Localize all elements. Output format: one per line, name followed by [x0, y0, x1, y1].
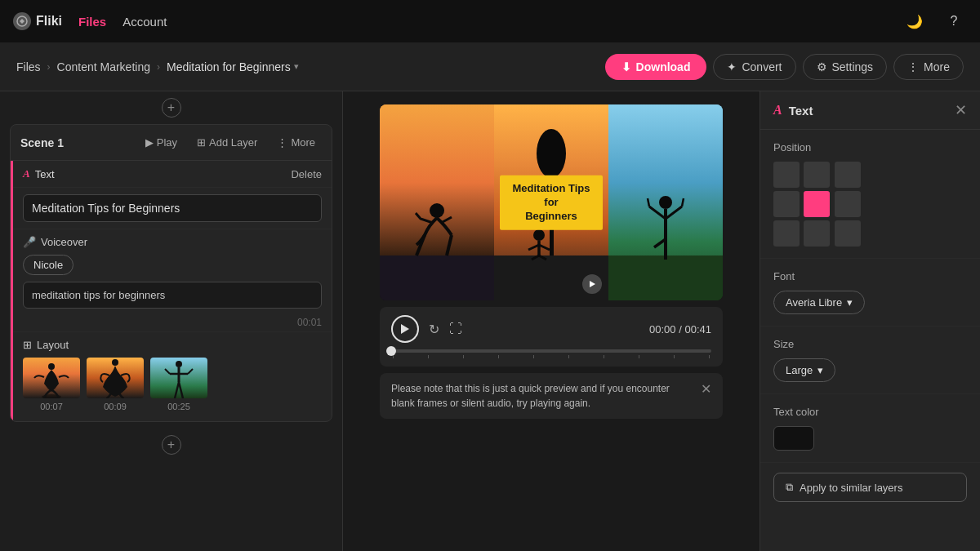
pos-mid-center[interactable]: [804, 191, 830, 217]
tick-7: [604, 355, 604, 358]
logo[interactable]: Fliki: [13, 12, 62, 30]
thumb-duration-3: 00:25: [167, 402, 190, 411]
text-overlay: Meditation Tips forBeginners: [500, 176, 603, 230]
chevron-down-icon-size: ▾: [817, 364, 823, 376]
tick-9: [674, 355, 675, 358]
progress-bar[interactable]: [391, 349, 711, 353]
svg-point-12: [533, 229, 545, 241]
pos-top-right[interactable]: [835, 162, 861, 188]
pos-bot-center[interactable]: [804, 220, 830, 247]
video-preview: Meditation Tips forBeginners: [380, 104, 723, 300]
notice-text: Please note that this is just a quick pr…: [391, 381, 693, 411]
tick-3: [463, 355, 464, 358]
help-icon: ?: [951, 14, 958, 29]
layout-thumb-2[interactable]: 00:09: [87, 358, 144, 411]
scene-more-icon: ⋮: [277, 136, 287, 149]
mini-play-button[interactable]: [582, 274, 602, 294]
tick-8: [639, 355, 639, 358]
breadcrumb-project-label: Meditation for Beginners: [167, 60, 291, 73]
layout-thumb-1[interactable]: 00:07: [23, 358, 80, 411]
download-icon: ⬇: [621, 60, 631, 73]
pos-mid-left[interactable]: [773, 191, 800, 217]
chevron-down-icon: ▾: [847, 296, 853, 309]
thumb-img-3: [150, 358, 207, 398]
dark-mode-toggle[interactable]: 🌙: [902, 8, 928, 34]
position-grid: [773, 162, 862, 247]
current-time: 00:00: [649, 323, 676, 335]
convert-icon: ✦: [727, 60, 737, 73]
mic-icon: 🎤: [23, 236, 36, 248]
breadcrumb-folder[interactable]: Content Marketing: [57, 60, 150, 73]
thumb-duration-2: 00:09: [104, 402, 127, 411]
app-name: Fliki: [36, 14, 62, 29]
voiceover-label: Voiceover: [41, 236, 87, 248]
voice-chip[interactable]: Nicole: [23, 255, 74, 275]
progress-handle[interactable]: [386, 346, 396, 356]
right-panel: A Text ✕ Position Font Averia Libr: [760, 91, 980, 551]
pos-bot-left[interactable]: [773, 220, 800, 247]
more-icon: ⋮: [907, 60, 919, 73]
video-grid: Meditation Tips forBeginners: [380, 104, 723, 300]
convert-label: Convert: [742, 60, 782, 73]
top-nav: Fliki Files Account 🌙 ?: [0, 0, 980, 42]
add-layer-button[interactable]: ⊞ Add Layer: [190, 133, 264, 152]
nav-right: 🌙 ?: [902, 8, 967, 34]
help-button[interactable]: ?: [941, 8, 967, 34]
breadcrumb-bar: Files › Content Marketing › Meditation f…: [0, 42, 980, 91]
thumb-img-1: [23, 358, 80, 398]
moon-icon: 🌙: [906, 14, 923, 29]
apply-similar-button[interactable]: ⧉ Apply to similar layers: [773, 473, 967, 502]
size-section: Size Large ▾: [760, 327, 980, 394]
nav-files[interactable]: Files: [78, 15, 106, 29]
breadcrumb-root[interactable]: Files: [16, 60, 41, 73]
font-label: Font: [773, 270, 967, 282]
size-value: Large: [786, 364, 813, 376]
breadcrumb-tools: ⬇ Download ✦ Convert ⚙ Settings ⋮ More: [605, 54, 964, 80]
main-play-button[interactable]: [391, 315, 419, 343]
scene-more-button[interactable]: ⋮ More: [270, 133, 322, 152]
pos-bot-right[interactable]: [835, 220, 861, 247]
thumb-img-2: [87, 358, 144, 398]
color-swatch[interactable]: [773, 426, 814, 451]
settings-icon: ⚙: [817, 60, 827, 73]
voiceover-duration: 00:01: [13, 315, 332, 331]
delete-layer-button[interactable]: Delete: [291, 168, 322, 180]
main-content: + Scene 1 ▶ Play ⊞ Add Layer ⋮ More: [0, 91, 980, 551]
svg-point-4: [176, 361, 182, 367]
layout-thumb-3[interactable]: 00:25: [150, 358, 207, 411]
svg-point-2: [48, 363, 55, 370]
fullscreen-icon[interactable]: ⛶: [449, 322, 462, 336]
pos-mid-right[interactable]: [835, 191, 861, 217]
close-panel-button[interactable]: ✕: [955, 101, 967, 119]
nav-account[interactable]: Account: [122, 15, 167, 29]
breadcrumb-project[interactable]: Meditation for Beginners ▾: [167, 60, 299, 73]
play-button[interactable]: ▶ Play: [139, 133, 184, 152]
tick-10: [709, 355, 710, 358]
more-button[interactable]: ⋮ More: [893, 54, 964, 80]
notice-close-button[interactable]: ✕: [701, 381, 711, 397]
settings-button[interactable]: ⚙ Settings: [803, 54, 888, 80]
layout-thumbs: 00:07: [23, 358, 322, 411]
convert-button[interactable]: ✦ Convert: [713, 54, 795, 80]
apply-label: Apply to similar layers: [800, 482, 902, 494]
scene-card: Scene 1 ▶ Play ⊞ Add Layer ⋮ More A: [10, 124, 332, 422]
svg-point-11: [537, 129, 566, 178]
loop-icon[interactable]: ↻: [429, 322, 439, 337]
download-button[interactable]: ⬇ Download: [605, 54, 707, 80]
right-panel-text-icon: A: [773, 103, 782, 118]
pos-top-left[interactable]: [773, 162, 800, 188]
add-scene-top: +: [0, 91, 342, 124]
add-scene-button[interactable]: +: [162, 98, 181, 118]
add-scene-bottom-button[interactable]: +: [162, 435, 181, 455]
add-scene-bottom: +: [0, 429, 342, 461]
overlay-text: Meditation Tips forBeginners: [511, 182, 591, 224]
voiceover-header: 🎤 Voiceover: [23, 236, 322, 248]
size-selector[interactable]: Large ▾: [773, 358, 835, 382]
font-selector[interactable]: Averia Libre ▾: [773, 291, 865, 314]
add-layer-icon: ⊞: [197, 136, 206, 149]
logo-icon: [13, 12, 31, 30]
pos-top-center[interactable]: [804, 162, 830, 188]
nav-left: Fliki Files Account: [13, 12, 167, 30]
text-layer-input[interactable]: [23, 194, 322, 222]
time-display: 00:00 / 00:41: [649, 323, 711, 335]
